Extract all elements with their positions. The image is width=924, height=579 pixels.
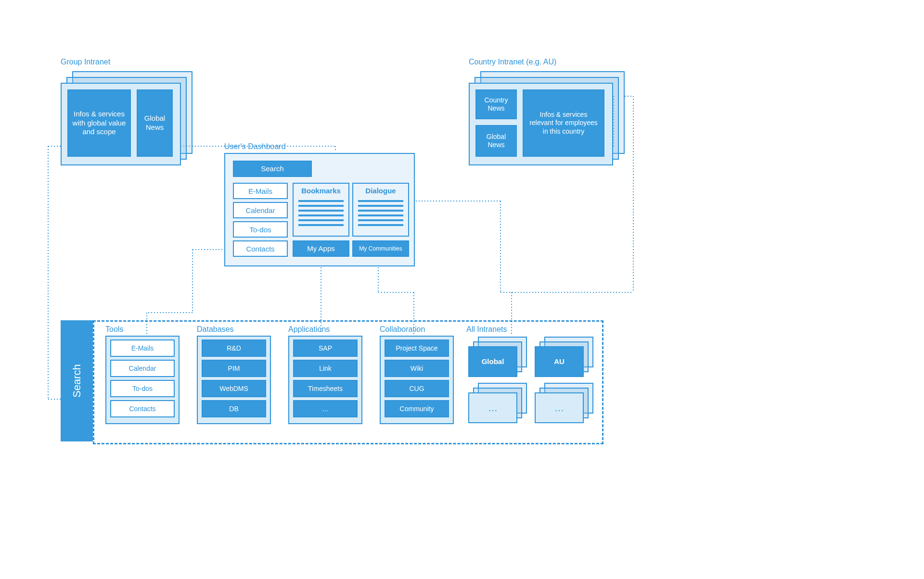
country-news-block: Country News: [475, 89, 517, 119]
intranet-card-more2: …: [535, 392, 584, 423]
dialogue-lines: [358, 200, 403, 226]
dashboard-my-communities: My Communities: [352, 240, 409, 257]
databases-item-2: WebDMS: [202, 380, 266, 397]
search-sidebar-label: Search: [71, 364, 83, 398]
tools-list: E-Mails Calendar To-dos Contacts: [105, 336, 180, 424]
dashboard-card: Search E-Mails Calendar To-dos Contacts …: [224, 153, 415, 266]
country-global-news-block: Global News: [475, 125, 517, 157]
group-info-block: Infos & services with global value and s…: [67, 89, 131, 157]
applications-list: SAP Link Timesheets …: [288, 336, 362, 424]
bookmarks-lines: [298, 200, 344, 226]
dashboard-dialogue-title: Dialogue: [353, 187, 408, 195]
intranet-card-more1: …: [468, 392, 517, 423]
databases-item-1: PIM: [202, 360, 266, 377]
dashboard-item-todos: To-dos: [233, 221, 288, 238]
collab-item-3: Community: [385, 400, 449, 417]
country-intranet-card: Country News Global News Infos & service…: [469, 83, 613, 165]
tools-item-3: Contacts: [110, 400, 175, 417]
databases-title: Databases: [197, 325, 234, 334]
dashboard-my-apps: My Apps: [293, 240, 349, 257]
search-sidebar: Search: [61, 320, 93, 441]
dashboard-dialogue: Dialogue: [352, 183, 409, 237]
intranets-title: All Intranets: [466, 325, 507, 334]
dashboard-item-contacts: Contacts: [233, 240, 288, 257]
tools-title: Tools: [105, 325, 123, 334]
collab-item-1: Wiki: [385, 360, 449, 377]
applications-item-3: …: [293, 400, 358, 417]
dashboard-title: User's Dashboard: [224, 142, 286, 151]
collaboration-list: Project Space Wiki CUG Community: [380, 336, 454, 424]
databases-list: R&D PIM WebDMS DB: [197, 336, 271, 424]
group-intranet-title: Group Intranet: [61, 58, 110, 66]
dashboard-item-emails: E-Mails: [233, 183, 288, 199]
collab-item-2: CUG: [385, 380, 449, 397]
dashboard-bookmarks: Bookmarks: [293, 183, 349, 237]
dashboard-bookmarks-title: Bookmarks: [294, 187, 348, 195]
applications-item-0: SAP: [293, 340, 358, 357]
country-info-block: Infos & services relevant for employees …: [523, 89, 604, 157]
country-intranet-title: Country Intranet (e.g. AU): [469, 58, 556, 66]
dashboard-item-calendar: Calendar: [233, 202, 288, 218]
tools-item-0: E-Mails: [110, 340, 175, 357]
databases-item-3: DB: [202, 400, 266, 417]
group-news-block: Global News: [137, 89, 173, 157]
tools-item-2: To-dos: [110, 380, 175, 397]
intranet-card-global: Global: [468, 346, 517, 377]
tools-item-1: Calendar: [110, 360, 175, 377]
applications-item-1: Link: [293, 360, 358, 377]
applications-item-2: Timesheets: [293, 380, 358, 397]
intranet-card-au: AU: [535, 346, 584, 377]
diagram-root: Group Intranet Infos & services with glo…: [0, 0, 924, 579]
dashboard-search: Search: [233, 161, 312, 177]
databases-item-0: R&D: [202, 340, 266, 357]
collaboration-title: Collaboration: [380, 325, 425, 334]
group-intranet-card: Infos & services with global value and s…: [61, 83, 181, 165]
intranets-area: Global AU … …: [466, 337, 593, 423]
collab-item-0: Project Space: [385, 340, 449, 357]
applications-title: Applications: [288, 325, 330, 334]
